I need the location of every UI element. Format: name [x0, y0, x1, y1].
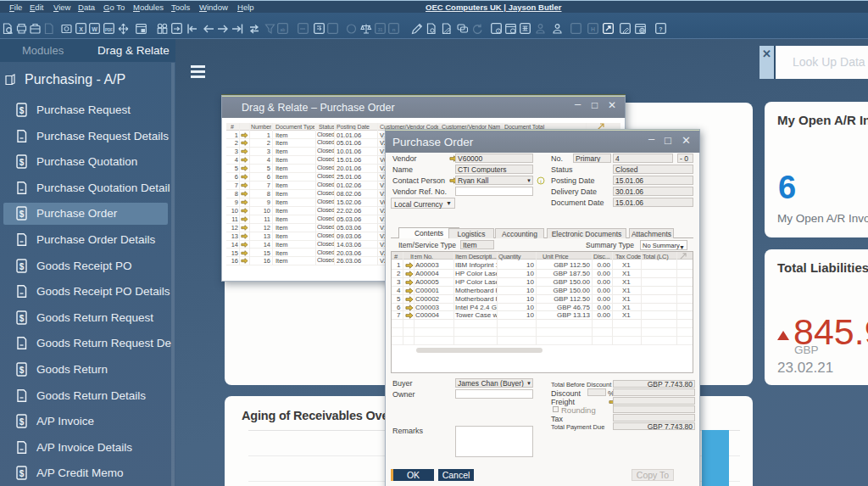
svg-text:PDF: PDF — [105, 28, 113, 32]
svg-text:$: $ — [19, 366, 25, 375]
svg-text:31: 31 — [378, 27, 383, 32]
svg-text:i: i — [540, 179, 541, 184]
svg-text:$: $ — [19, 417, 25, 427]
svg-text:$: $ — [19, 313, 25, 322]
svg-text:X: X — [79, 26, 83, 32]
svg-text:$: $ — [19, 261, 25, 271]
svg-text:n: n — [392, 27, 396, 32]
svg-text:$: $ — [19, 158, 25, 167]
svg-text:W: W — [92, 26, 97, 32]
svg-text:$: $ — [19, 209, 25, 219]
svg-text:ab: ab — [281, 27, 286, 32]
svg-text:i: i — [498, 29, 499, 33]
svg-text:$: $ — [19, 106, 25, 115]
svg-text:$: $ — [19, 469, 25, 478]
svg-text:?: ? — [659, 26, 662, 32]
svg-text:H: H — [591, 26, 595, 32]
